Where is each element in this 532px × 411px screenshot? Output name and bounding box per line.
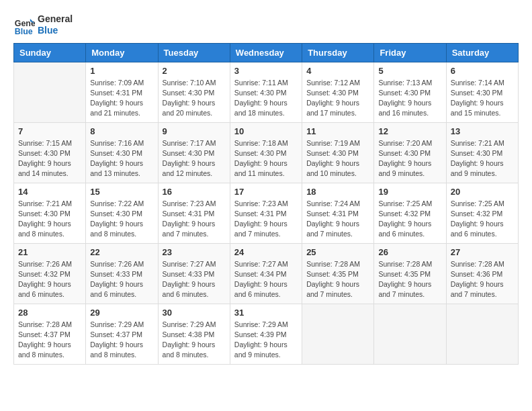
calendar-cell: 28Sunrise: 7:28 AM Sunset: 4:37 PM Dayli… (14, 304, 86, 364)
calendar-cell: 24Sunrise: 7:27 AM Sunset: 4:34 PM Dayli… (230, 243, 302, 304)
day-info: Sunrise: 7:21 AM Sunset: 4:30 PM Dayligh… (18, 199, 81, 240)
calendar-cell: 26Sunrise: 7:28 AM Sunset: 4:35 PM Dayli… (374, 243, 446, 304)
calendar-cell: 29Sunrise: 7:29 AM Sunset: 4:37 PM Dayli… (86, 304, 158, 364)
day-number: 1 (90, 66, 153, 76)
day-number: 30 (163, 308, 226, 318)
day-number: 18 (306, 187, 369, 197)
day-number: 19 (378, 187, 441, 197)
day-number: 3 (234, 66, 298, 76)
day-info: Sunrise: 7:28 AM Sunset: 4:35 PM Dayligh… (378, 259, 441, 300)
calendar-cell: 7Sunrise: 7:15 AM Sunset: 4:30 PM Daylig… (14, 122, 86, 183)
day-info: Sunrise: 7:12 AM Sunset: 4:30 PM Dayligh… (306, 78, 369, 119)
calendar-cell: 19Sunrise: 7:25 AM Sunset: 4:32 PM Dayli… (374, 183, 446, 243)
day-info: Sunrise: 7:20 AM Sunset: 4:30 PM Dayligh… (378, 138, 441, 179)
calendar-cell: 2Sunrise: 7:10 AM Sunset: 4:30 PM Daylig… (158, 62, 230, 122)
calendar-cell: 11Sunrise: 7:19 AM Sunset: 4:30 PM Dayli… (302, 122, 374, 183)
day-info: Sunrise: 7:10 AM Sunset: 4:30 PM Dayligh… (163, 78, 226, 119)
day-number: 26 (378, 247, 441, 257)
day-number: 11 (306, 126, 369, 136)
day-number: 20 (451, 187, 514, 197)
day-info: Sunrise: 7:18 AM Sunset: 4:30 PM Dayligh… (234, 138, 298, 179)
day-number: 17 (234, 187, 298, 197)
logo: General Blue General Blue (13, 13, 73, 36)
day-info: Sunrise: 7:14 AM Sunset: 4:30 PM Dayligh… (451, 78, 514, 119)
calendar-cell: 16Sunrise: 7:23 AM Sunset: 4:31 PM Dayli… (158, 183, 230, 243)
day-info: Sunrise: 7:28 AM Sunset: 4:36 PM Dayligh… (451, 259, 514, 300)
day-number: 27 (451, 247, 514, 257)
day-info: Sunrise: 7:24 AM Sunset: 4:31 PM Dayligh… (306, 199, 369, 240)
day-info: Sunrise: 7:22 AM Sunset: 4:30 PM Dayligh… (90, 199, 153, 240)
calendar-cell: 31Sunrise: 7:29 AM Sunset: 4:39 PM Dayli… (230, 304, 302, 364)
day-info: Sunrise: 7:28 AM Sunset: 4:35 PM Dayligh… (306, 259, 369, 300)
calendar-cell (302, 304, 374, 364)
day-info: Sunrise: 7:16 AM Sunset: 4:30 PM Dayligh… (90, 138, 153, 179)
day-number: 12 (378, 126, 441, 136)
calendar-cell: 25Sunrise: 7:28 AM Sunset: 4:35 PM Dayli… (302, 243, 374, 304)
day-info: Sunrise: 7:29 AM Sunset: 4:38 PM Dayligh… (163, 320, 226, 361)
calendar-cell: 30Sunrise: 7:29 AM Sunset: 4:38 PM Dayli… (158, 304, 230, 364)
day-number: 10 (234, 126, 298, 136)
day-info: Sunrise: 7:25 AM Sunset: 4:32 PM Dayligh… (451, 199, 514, 240)
calendar-cell: 6Sunrise: 7:14 AM Sunset: 4:30 PM Daylig… (446, 62, 518, 122)
logo-icon: General Blue (13, 14, 35, 36)
day-number: 8 (90, 126, 153, 136)
day-info: Sunrise: 7:09 AM Sunset: 4:31 PM Dayligh… (90, 78, 153, 119)
calendar-cell: 17Sunrise: 7:23 AM Sunset: 4:31 PM Dayli… (230, 183, 302, 243)
day-info: Sunrise: 7:27 AM Sunset: 4:33 PM Dayligh… (163, 259, 226, 300)
day-info: Sunrise: 7:23 AM Sunset: 4:31 PM Dayligh… (234, 199, 298, 240)
day-number: 7 (18, 126, 81, 136)
calendar-cell: 5Sunrise: 7:13 AM Sunset: 4:30 PM Daylig… (374, 62, 446, 122)
calendar-cell: 12Sunrise: 7:20 AM Sunset: 4:30 PM Dayli… (374, 122, 446, 183)
calendar-cell: 10Sunrise: 7:18 AM Sunset: 4:30 PM Dayli… (230, 122, 302, 183)
day-number: 31 (234, 308, 298, 318)
calendar-cell: 21Sunrise: 7:26 AM Sunset: 4:32 PM Dayli… (14, 243, 86, 304)
day-info: Sunrise: 7:29 AM Sunset: 4:37 PM Dayligh… (90, 320, 153, 361)
day-info: Sunrise: 7:21 AM Sunset: 4:30 PM Dayligh… (451, 138, 514, 179)
calendar-cell (374, 304, 446, 364)
day-number: 4 (306, 66, 369, 76)
calendar-cell: 4Sunrise: 7:12 AM Sunset: 4:30 PM Daylig… (302, 62, 374, 122)
calendar-cell: 18Sunrise: 7:24 AM Sunset: 4:31 PM Dayli… (302, 183, 374, 243)
day-number: 15 (90, 187, 153, 197)
calendar-cell: 1Sunrise: 7:09 AM Sunset: 4:31 PM Daylig… (86, 62, 158, 122)
weekday-header: Tuesday (158, 43, 230, 62)
day-number: 29 (90, 308, 153, 318)
day-number: 2 (163, 66, 226, 76)
day-number: 16 (163, 187, 226, 197)
calendar-cell: 27Sunrise: 7:28 AM Sunset: 4:36 PM Dayli… (446, 243, 518, 304)
weekday-header: Thursday (302, 43, 374, 62)
day-number: 9 (163, 126, 226, 136)
day-number: 22 (90, 247, 153, 257)
day-number: 6 (451, 66, 514, 76)
calendar-cell: 20Sunrise: 7:25 AM Sunset: 4:32 PM Dayli… (446, 183, 518, 243)
calendar-cell (446, 304, 518, 364)
svg-text:Blue: Blue (15, 27, 33, 36)
calendar-cell: 8Sunrise: 7:16 AM Sunset: 4:30 PM Daylig… (86, 122, 158, 183)
day-info: Sunrise: 7:26 AM Sunset: 4:33 PM Dayligh… (90, 259, 153, 300)
day-info: Sunrise: 7:15 AM Sunset: 4:30 PM Dayligh… (18, 138, 81, 179)
day-number: 24 (234, 247, 298, 257)
day-info: Sunrise: 7:29 AM Sunset: 4:39 PM Dayligh… (234, 320, 298, 361)
day-number: 14 (18, 187, 81, 197)
weekday-header: Monday (86, 43, 158, 62)
weekday-header: Sunday (14, 43, 86, 62)
weekday-header: Saturday (446, 43, 518, 62)
day-number: 5 (378, 66, 441, 76)
day-info: Sunrise: 7:23 AM Sunset: 4:31 PM Dayligh… (163, 199, 226, 240)
calendar-cell: 13Sunrise: 7:21 AM Sunset: 4:30 PM Dayli… (446, 122, 518, 183)
day-info: Sunrise: 7:26 AM Sunset: 4:32 PM Dayligh… (18, 259, 81, 300)
day-info: Sunrise: 7:19 AM Sunset: 4:30 PM Dayligh… (306, 138, 369, 179)
page-header: General Blue General Blue (13, 13, 519, 36)
logo-general: General (38, 13, 73, 25)
calendar-cell: 15Sunrise: 7:22 AM Sunset: 4:30 PM Dayli… (86, 183, 158, 243)
calendar-cell: 22Sunrise: 7:26 AM Sunset: 4:33 PM Dayli… (86, 243, 158, 304)
calendar-table: SundayMondayTuesdayWednesdayThursdayFrid… (13, 43, 519, 365)
calendar-cell: 14Sunrise: 7:21 AM Sunset: 4:30 PM Dayli… (14, 183, 86, 243)
weekday-header: Friday (374, 43, 446, 62)
calendar-cell: 9Sunrise: 7:17 AM Sunset: 4:30 PM Daylig… (158, 122, 230, 183)
calendar-cell (14, 62, 86, 122)
day-number: 28 (18, 308, 81, 318)
day-number: 23 (163, 247, 226, 257)
day-info: Sunrise: 7:27 AM Sunset: 4:34 PM Dayligh… (234, 259, 298, 300)
day-number: 25 (306, 247, 369, 257)
